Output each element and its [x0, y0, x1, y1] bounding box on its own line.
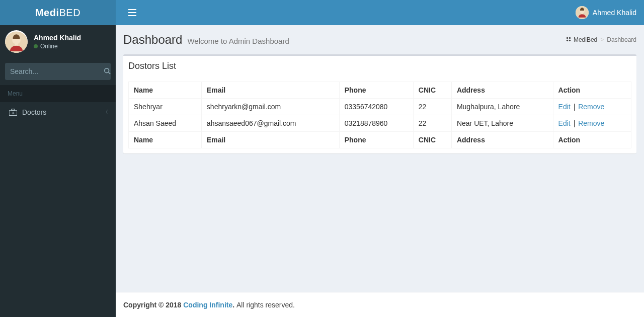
table-row: Ahsan Saeed ahsansaeed067@gmail.com 0321…: [129, 115, 631, 132]
svg-point-15: [567, 40, 568, 41]
col-cnic: CNIC: [413, 132, 451, 148]
col-address: Address: [451, 132, 553, 148]
col-phone: Phone: [339, 82, 413, 99]
breadcrumb-separator: >: [600, 36, 604, 43]
doctors-table: Name Email Phone CNIC Address Action She…: [128, 82, 631, 148]
footer-link[interactable]: Coding Infinite: [183, 301, 232, 309]
table-footer-row: Name Email Phone CNIC Address Action: [129, 132, 631, 148]
svg-point-13: [567, 37, 568, 39]
col-name: Name: [129, 132, 202, 148]
col-address: Address: [451, 82, 553, 99]
breadcrumb-root-label: MediBed: [574, 36, 597, 43]
avatar: [576, 6, 589, 19]
page-title-wrap: Dashboard Welcome to Admin Dashboard: [123, 33, 289, 47]
cell-action: Edit | Remove: [553, 99, 631, 115]
remove-link[interactable]: Remove: [578, 103, 604, 111]
svg-rect-0: [128, 9, 136, 10]
cell-cnic: 22: [413, 115, 451, 132]
cell-email: ahsansaeed067@gmail.com: [201, 115, 339, 132]
col-email: Email: [201, 132, 339, 148]
navbar: Ahmed Khalid: [116, 0, 644, 25]
svg-rect-5: [581, 12, 583, 14]
breadcrumb: MediBed > Dashboard: [566, 36, 636, 43]
footer-copyright: Copyright © 2018: [123, 301, 183, 309]
search-icon: [104, 67, 111, 76]
col-cnic: CNIC: [413, 82, 451, 99]
cell-phone: 03356742080: [339, 99, 413, 115]
avatar: [5, 30, 28, 53]
col-action: Action: [553, 82, 631, 99]
edit-link[interactable]: Edit: [558, 103, 571, 111]
cell-action: Edit | Remove: [553, 115, 631, 132]
svg-rect-8: [15, 42, 18, 45]
brand-part1: Medi: [35, 7, 59, 18]
svg-rect-12: [12, 109, 15, 111]
sidebar-search: [0, 58, 116, 85]
cell-email: shehryarkn@gmail.com: [201, 99, 339, 115]
footer-suffix: .: [232, 301, 236, 309]
page-subtitle: Welcome to Admin Dashboard: [187, 37, 289, 45]
svg-point-14: [569, 37, 571, 39]
nav-user-name: Ahmed Khalid: [593, 9, 636, 17]
action-divider: |: [573, 119, 577, 127]
cell-address: Near UET, Lahore: [451, 115, 553, 132]
doctors-box: Dostors List Name Email Phone CNIC Addre…: [123, 54, 636, 153]
search-input[interactable]: [5, 63, 103, 80]
main-header: MediBED Ahmed Khalid: [0, 0, 644, 25]
box-title: Dostors List: [123, 56, 636, 76]
edit-link[interactable]: Edit: [558, 119, 571, 127]
content-header: Dashboard Welcome to Admin Dashboard Med…: [116, 25, 644, 54]
sidebar-item-doctors[interactable]: Doctors 〈: [0, 102, 116, 122]
nav-user-menu[interactable]: Ahmed Khalid: [576, 6, 636, 19]
footer-rights: All rights reserved.: [236, 301, 295, 309]
table-header-row: Name Email Phone CNIC Address Action: [129, 82, 631, 99]
brand-part2: BED: [59, 7, 80, 18]
page-title: Dashboard: [123, 33, 182, 47]
sidebar: Ahmed Khalid Online Menu Doctors: [0, 25, 116, 317]
status-dot-icon: [34, 44, 38, 48]
action-divider: |: [573, 103, 577, 111]
cell-cnic: 22: [413, 99, 451, 115]
sidebar-user-status-text: Online: [40, 43, 58, 50]
content-body: Dostors List Name Email Phone CNIC Addre…: [116, 54, 644, 161]
svg-rect-1: [128, 12, 136, 13]
col-email: Email: [201, 82, 339, 99]
medkit-icon: [9, 109, 17, 116]
cell-name: Ahsan Saeed: [129, 115, 202, 132]
cell-address: Mughalpura, Lahore: [451, 99, 553, 115]
col-action: Action: [553, 132, 631, 148]
sidebar-item-label: Doctors: [22, 108, 46, 116]
search-button[interactable]: [103, 63, 111, 80]
hamburger-icon: [128, 9, 136, 16]
col-phone: Phone: [339, 132, 413, 148]
sidebar-user-name: Ahmed Khalid: [34, 34, 81, 42]
breadcrumb-root[interactable]: MediBed: [566, 36, 597, 43]
brand-logo[interactable]: MediBED: [0, 0, 116, 25]
svg-line-10: [108, 72, 110, 74]
sidebar-user-panel: Ahmed Khalid Online: [0, 25, 116, 58]
remove-link[interactable]: Remove: [578, 119, 604, 127]
main-footer: Copyright © 2018 Coding Infinite. All ri…: [116, 292, 644, 317]
sidebar-menu: Doctors 〈: [0, 102, 116, 122]
chevron-left-icon: 〈: [103, 109, 108, 116]
sidebar-section-header: Menu: [0, 85, 116, 102]
sidebar-toggle[interactable]: [123, 6, 141, 19]
col-name: Name: [129, 82, 202, 99]
table-row: Shehryar shehryarkn@gmail.com 0335674208…: [129, 99, 631, 115]
content-wrapper: Dashboard Welcome to Admin Dashboard Med…: [116, 25, 644, 292]
dashboard-icon: [566, 36, 572, 43]
svg-rect-2: [128, 15, 136, 16]
sidebar-user-info: Ahmed Khalid Online: [34, 34, 81, 50]
box-body: Name Email Phone CNIC Address Action She…: [123, 76, 636, 153]
svg-point-9: [104, 68, 109, 72]
svg-point-16: [569, 40, 571, 41]
cell-phone: 03218878960: [339, 115, 413, 132]
breadcrumb-current: Dashboard: [607, 36, 636, 43]
sidebar-user-status: Online: [34, 43, 81, 50]
cell-name: Shehryar: [129, 99, 202, 115]
